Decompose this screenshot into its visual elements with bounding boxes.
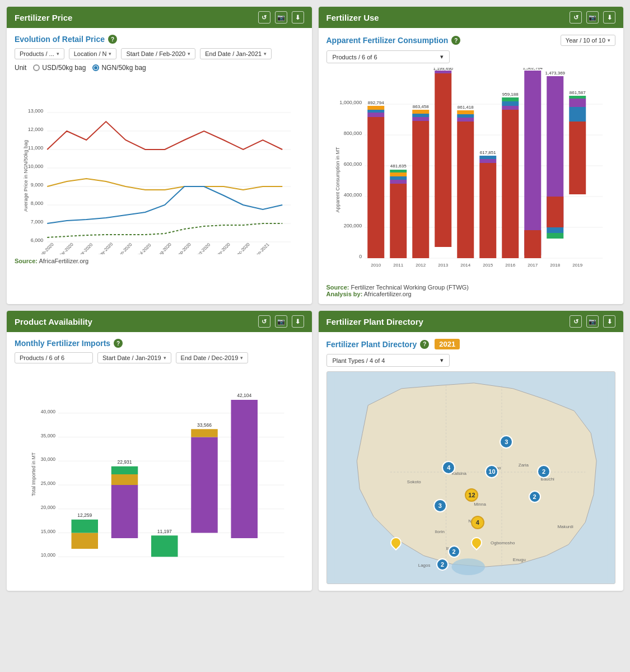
svg-text:200,000: 200,000 — [343, 223, 362, 228]
products-dropdown-price[interactable]: Products / ... ▾ — [15, 48, 64, 59]
header-icons-plant: ↺ 📷 ⬇ — [570, 315, 615, 328]
header-icons-price: ↺ 📷 ⬇ — [258, 11, 304, 24]
svg-text:40,000: 40,000 — [41, 409, 55, 414]
svg-text:Dec-2020: Dec-2020 — [234, 241, 251, 254]
svg-text:20,000: 20,000 — [41, 505, 55, 510]
svg-text:1,562,764: 1,562,764 — [522, 68, 543, 71]
chevron-enddate-price: ▾ — [264, 51, 267, 57]
radio-ngn[interactable]: NGN/50kg bag — [92, 64, 146, 72]
svg-rect-42 — [367, 117, 384, 258]
camera-icon-plant[interactable]: 📷 — [586, 315, 599, 328]
download-icon-price[interactable]: ⬇ — [292, 11, 304, 24]
svg-text:Feb-2020: Feb-2020 — [38, 242, 55, 254]
refresh-icon-availability[interactable]: ↺ — [258, 315, 270, 328]
svg-rect-94 — [569, 99, 586, 107]
svg-rect-55 — [412, 121, 429, 258]
panel-body-plant: Fertilizer Plant Directory ? 2021 Plant … — [319, 332, 624, 591]
svg-text:892,794: 892,794 — [367, 100, 384, 105]
svg-text:8,000: 8,000 — [31, 200, 44, 206]
marker-4-center[interactable]: 4 — [471, 516, 484, 529]
svg-rect-79 — [502, 97, 519, 101]
svg-rect-43 — [367, 113, 384, 117]
svg-rect-93 — [569, 107, 586, 122]
refresh-icon-price[interactable]: ↺ — [258, 11, 270, 24]
svg-text:2013: 2013 — [438, 263, 448, 268]
svg-rect-87 — [547, 197, 563, 227]
section-title-availability: Monthly Fertilizer Imports ? — [15, 339, 304, 348]
svg-rect-72 — [479, 159, 496, 163]
line-chart-area: 6,000 7,000 8,000 9,000 10,000 11,000 12… — [15, 75, 304, 254]
marker-2-center[interactable]: 2 — [529, 491, 541, 503]
camera-icon-availability[interactable]: 📷 — [275, 315, 287, 328]
download-icon-availability[interactable]: ⬇ — [292, 315, 304, 328]
products-dropdown-use[interactable]: Products / 6 of 6 ▾ — [326, 50, 450, 63]
marker-3-mid[interactable]: 3 — [433, 499, 447, 512]
help-icon-plant[interactable]: ? — [420, 340, 429, 349]
svg-text:Apr-2020: Apr-2020 — [77, 242, 94, 254]
help-icon-availability[interactable]: ? — [114, 339, 123, 348]
unit-row: Unit USD/50kg bag NGN/50kg bag — [15, 64, 304, 72]
plant-types-dropdown[interactable]: Plant Types / 4 of 4 ▾ — [326, 354, 450, 367]
svg-text:2017: 2017 — [528, 263, 538, 268]
svg-text:Makurdi: Makurdi — [557, 524, 573, 529]
marker-2-sw[interactable]: 2 — [436, 558, 449, 571]
svg-text:15,000: 15,000 — [41, 529, 55, 534]
svg-point-145 — [451, 558, 485, 575]
help-icon-use[interactable]: ? — [451, 36, 460, 45]
svg-rect-114 — [72, 520, 99, 533]
svg-text:Zaria: Zaria — [518, 463, 529, 468]
svg-text:2019: 2019 — [572, 263, 582, 268]
startdate-dropdown-availability[interactable]: Start Date / Jan-2019 ▾ — [97, 352, 171, 363]
panel-header-price: Fertilizer Price ↺ 📷 ⬇ — [7, 7, 312, 28]
svg-rect-61 — [435, 73, 451, 247]
svg-text:May-2020: May-2020 — [96, 241, 114, 254]
help-icon-price[interactable]: ? — [108, 35, 117, 44]
svg-text:800,000: 800,000 — [343, 130, 362, 136]
source-price: Source: AfricaFertilizer.org — [15, 258, 304, 264]
radio-usd[interactable]: USD/50kg bag — [33, 64, 86, 72]
enddate-dropdown-price[interactable]: End Date / Jan-2021 ▾ — [200, 48, 272, 59]
svg-text:35,000: 35,000 — [41, 433, 55, 438]
svg-rect-66 — [457, 118, 474, 122]
bar-chart-avail-svg: Total Imported in MT 10,000 15,000 20,00… — [15, 368, 304, 581]
svg-text:2016: 2016 — [505, 263, 515, 268]
products-dropdown-availability[interactable]: Products / 6 of 6 — [15, 352, 93, 363]
refresh-icon-use[interactable]: ↺ — [570, 11, 582, 24]
header-icons-availability: ↺ 📷 ⬇ — [258, 315, 304, 328]
svg-text:2014: 2014 — [460, 263, 470, 268]
svg-rect-77 — [502, 106, 519, 110]
radio-circle-usd — [33, 64, 40, 71]
svg-text:2018: 2018 — [550, 263, 560, 268]
radio-circle-ngn — [92, 64, 99, 71]
bar-chart-availability-area: Total Imported in MT 10,000 15,000 20,00… — [15, 368, 304, 582]
panel-body-use: Apparent Fertilizer Consumption ? Year /… — [319, 28, 624, 304]
svg-text:Ogbomosho: Ogbomosho — [491, 540, 515, 545]
download-icon-use[interactable]: ⬇ — [603, 11, 615, 24]
camera-icon-use[interactable]: 📷 — [586, 11, 599, 24]
camera-icon-price[interactable]: 📷 — [275, 11, 287, 24]
panel-title-availability: Product Availability — [15, 317, 92, 326]
download-icon-plant[interactable]: ⬇ — [603, 315, 615, 328]
marker-4[interactable]: 4 — [442, 461, 455, 474]
svg-text:Oct-2020: Oct-2020 — [195, 242, 212, 254]
year-dropdown-use[interactable]: Year / 10 of 10 ▾ — [561, 35, 615, 46]
marker-2-south[interactable]: 2 — [448, 545, 460, 558]
svg-text:2015: 2015 — [483, 263, 493, 268]
svg-rect-50 — [390, 176, 407, 180]
svg-rect-118 — [111, 466, 138, 474]
panel-title-plant: Fertilizer Plant Directory — [326, 317, 423, 326]
location-dropdown-price[interactable]: Location / N ▾ — [69, 48, 117, 59]
svg-text:Enugu: Enugu — [512, 557, 525, 562]
svg-rect-67 — [457, 114, 474, 118]
svg-text:12,000: 12,000 — [28, 127, 44, 132]
refresh-icon-plant[interactable]: ↺ — [570, 315, 582, 328]
panel-body-availability: Monthly Fertilizer Imports ? Products / … — [7, 332, 312, 589]
bar-chart-use-area: Apparent Consumption in MT 0 200,000 400… — [326, 68, 616, 281]
enddate-dropdown-availability[interactable]: End Date / Dec-2019 ▾ — [176, 352, 249, 363]
svg-text:Apparent Consumption in MT: Apparent Consumption in MT — [335, 147, 340, 213]
startdate-dropdown-price[interactable]: Start Date / Feb-2020 ▾ — [121, 48, 195, 59]
controls-row-availability: Products / 6 of 6 Start Date / Jan-2019 … — [15, 352, 304, 363]
svg-rect-73 — [479, 156, 496, 159]
panel-header-plant: Fertilizer Plant Directory ↺ 📷 ⬇ — [319, 311, 624, 332]
controls-row-use: Products / 6 of 6 ▾ — [326, 50, 616, 63]
